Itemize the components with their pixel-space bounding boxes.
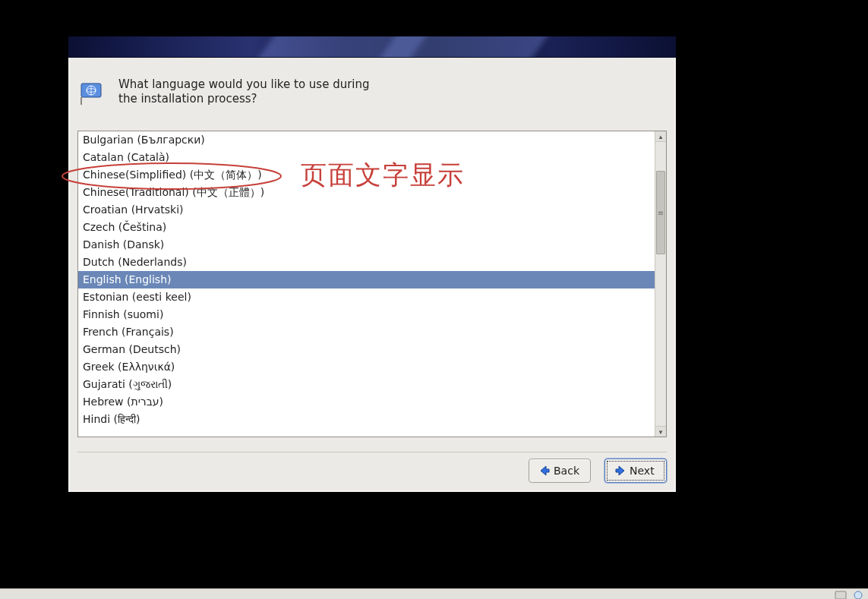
language-option[interactable]: Hebrew (עברית) xyxy=(78,393,655,411)
language-list[interactable]: Bulgarian (Български)Catalan (Català)Chi… xyxy=(78,131,655,437)
language-flag-icon xyxy=(77,77,108,108)
desktop-taskbar xyxy=(0,588,868,599)
language-option[interactable]: Gujarati (ગુજરાતી) xyxy=(78,376,655,393)
language-option[interactable]: Estonian (eesti keel) xyxy=(78,288,655,306)
scroll-track[interactable] xyxy=(655,142,666,426)
language-option[interactable]: French (Français) xyxy=(78,323,655,341)
svg-rect-4 xyxy=(835,591,846,599)
next-button-label: Next xyxy=(630,465,655,477)
button-bar: Back Next xyxy=(77,452,667,483)
scroll-thumb[interactable] xyxy=(656,171,665,254)
language-option[interactable]: Chinese(Traditional) (中文（正體）) xyxy=(78,184,655,201)
language-option[interactable]: Bulgarian (Български) xyxy=(78,131,655,149)
arrow-right-icon xyxy=(614,465,627,477)
language-option[interactable]: Finnish (suomi) xyxy=(78,306,655,323)
prompt-row: What language would you like to use duri… xyxy=(68,58,676,114)
language-option[interactable]: Dutch (Nederlands) xyxy=(78,254,655,271)
language-option[interactable]: Greek (Ελληνικά) xyxy=(78,358,655,376)
header-banner xyxy=(68,36,676,58)
next-button[interactable]: Next xyxy=(604,459,667,483)
scroll-down-button[interactable]: ▾ xyxy=(655,426,666,437)
installer-window: What language would you like to use duri… xyxy=(68,36,676,492)
back-button-label: Back xyxy=(554,465,579,477)
scroll-up-button[interactable]: ▴ xyxy=(655,131,666,142)
language-list-frame: Bulgarian (Български)Catalan (Català)Chi… xyxy=(77,131,667,437)
back-button[interactable]: Back xyxy=(529,459,591,483)
language-option[interactable]: Hindi (हिन्दी) xyxy=(78,411,655,428)
system-tray xyxy=(835,590,865,599)
language-option[interactable]: Catalan (Català) xyxy=(78,149,655,166)
language-option[interactable]: Chinese(Simplified) (中文（简体）) xyxy=(78,166,655,184)
language-option[interactable]: German (Deutsch) xyxy=(78,341,655,358)
tray-icon[interactable] xyxy=(851,590,865,599)
svg-point-5 xyxy=(854,591,862,599)
language-option[interactable]: Danish (Dansk) xyxy=(78,236,655,254)
arrow-left-icon xyxy=(538,465,551,477)
tray-icon[interactable] xyxy=(835,590,848,599)
scrollbar[interactable]: ▴ ▾ xyxy=(655,131,666,437)
language-option[interactable]: Croatian (Hrvatski) xyxy=(78,201,655,219)
prompt-text: What language would you like to use duri… xyxy=(118,77,377,106)
language-option[interactable]: English (English) xyxy=(78,271,655,288)
language-option[interactable]: Czech (Čeština) xyxy=(78,219,655,236)
